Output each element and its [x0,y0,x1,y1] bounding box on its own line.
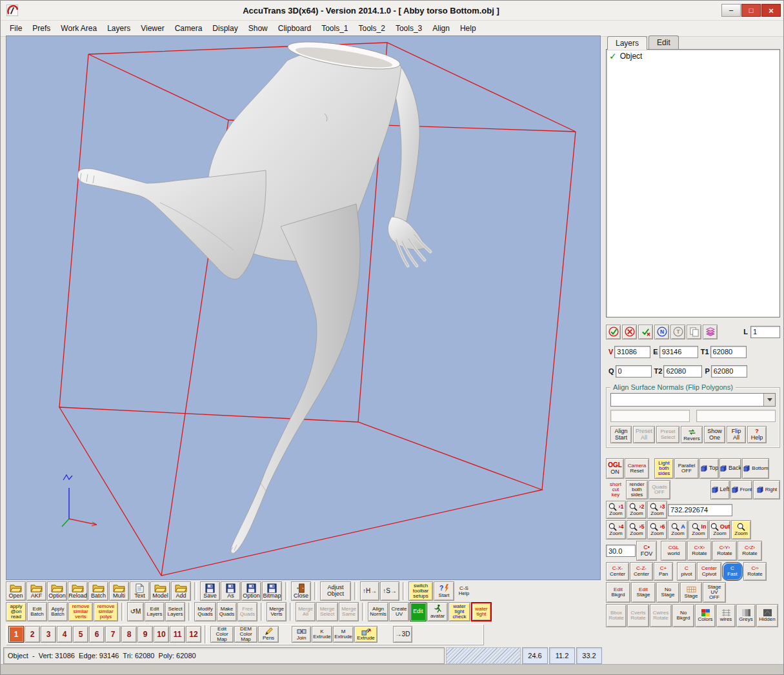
zoom-2-button[interactable]: ›2Zoom [627,501,647,519]
menu-item-prefs[interactable]: Prefs [27,22,55,35]
zoom-1-button[interactable]: ›1Zoom [606,501,626,519]
water-tight-check-button[interactable]: watertightcheck [448,602,470,621]
k-extrude-button[interactable]: KExtrude [312,626,332,643]
menu-item-file[interactable]: File [5,22,27,35]
merge-select-button[interactable]: MergeSelect [316,602,338,621]
light-both-sides-button[interactable]: Lightbothsides [654,458,674,479]
stage-grid-button[interactable]: Stage [680,582,702,603]
merge-same-button[interactable]: MergeSame [339,602,359,621]
viewport-3d[interactable] [6,35,601,580]
polygons-input[interactable] [711,365,747,378]
view-front-button[interactable]: Front [730,480,752,499]
save-option-button[interactable]: Option [241,581,261,601]
triangles-2-input[interactable] [663,365,702,378]
quads-count-input[interactable] [616,365,652,378]
layer-10-button[interactable]: 10 [154,626,169,643]
center-x-button[interactable]: C-X-Center [606,562,629,581]
preset-select-button[interactable]: PresetSelect [656,426,679,443]
center-c-pivot-button[interactable]: CenterCpivot [697,562,721,581]
triangles-1-input[interactable] [710,346,747,358]
align-field-2[interactable] [696,410,776,422]
copy-pages-button[interactable] [687,325,701,339]
zoom-in-button[interactable]: InZoom [689,520,709,539]
layer-8-button[interactable]: 8 [121,626,137,643]
layer-12-button[interactable]: 12 [186,626,201,643]
text-button[interactable]: Text [130,581,150,601]
preset-all-button[interactable]: PresetAll [633,426,655,443]
layer-11-button[interactable]: 11 [170,626,185,643]
water-tight-button[interactable]: watertight [471,602,492,621]
switch-toolbar-setups-button[interactable]: switchtoolbarsetups [408,581,433,601]
camera-reset-button[interactable]: CameraReset [625,458,649,479]
view-right-button[interactable]: Right [753,480,780,499]
layers-stack-button[interactable] [703,325,718,339]
apply-on-read-button[interactable]: apply@onread [6,602,26,621]
layer-list-item[interactable]: ✓ Object [609,52,777,61]
reload-button[interactable]: Reload [68,581,88,601]
edit-batch-button[interactable]: EditBatch [27,602,47,621]
c-fast-button[interactable]: CFast [722,562,743,581]
menu-item-align[interactable]: Align [427,22,455,35]
fov-button[interactable]: C•FOV [636,541,657,561]
remove-similar-polys-button[interactable]: removesimilarpolys [94,602,118,621]
cwires-rotate-button[interactable]: CwiresRotate [650,604,672,627]
zoom-factor-input[interactable] [668,504,732,516]
view-top-button[interactable]: Top [699,458,719,479]
shortcut-key-button[interactable]: shortcutkey [606,480,625,499]
edit-stage-button[interactable]: EditStage [631,582,656,603]
menu-item-camera[interactable]: Camera [170,22,208,35]
menu-item-viewer[interactable]: Viewer [136,22,169,35]
layer-5-button[interactable]: 5 [73,626,88,643]
menu-item-tools-3[interactable]: Tools_3 [390,22,427,35]
zoom-out-button[interactable]: OutZoom [709,520,730,539]
join-button[interactable]: Join [292,626,311,643]
select-check-button[interactable] [606,325,621,339]
to-3d-button[interactable]: →3D [393,626,412,643]
menu-item-work-area[interactable]: Work Area [55,22,102,35]
normals-help-button[interactable]: ?Help [747,426,767,443]
open-option-button[interactable]: Option [47,581,67,601]
rotate-x-button[interactable]: C‹X›Rotate [687,541,712,561]
hidden-button[interactable]: Hidden [756,604,778,627]
normals-n-button[interactable]: N [654,325,669,339]
pens-button[interactable]: Pens [258,626,279,643]
zoom-3-button[interactable]: ›3Zoom [647,501,667,519]
tab-layers[interactable]: Layers [607,36,647,50]
stage-uv-off-button[interactable]: StageUVOFF [703,582,726,603]
colors-button[interactable]: Colors [695,604,716,627]
start-button[interactable]: ?Start [434,581,454,601]
layer-4-button[interactable]: 4 [57,626,72,643]
bbox-rotate-button[interactable]: BboxRotate [606,604,627,627]
adjust-object-button[interactable]: AdjustObject [320,581,351,601]
modify-quads-button[interactable]: ModifyQuads [194,602,216,621]
view-back-button[interactable]: Back [719,458,741,479]
bitmap-button[interactable]: Bitmap [262,581,282,601]
save-button[interactable]: Save [200,581,220,601]
ogl-on-button[interactable]: OGLON [606,458,624,479]
layer-1-button[interactable]: 1 [8,626,24,643]
zoom-4-button[interactable]: ›4Zoom [606,520,626,539]
edit-layers-button[interactable]: EditLayers [145,602,165,621]
mirror-m-button[interactable]: ↺M [127,602,144,621]
render-both-sides-button[interactable]: renderbothsides [626,480,648,499]
cverts-rotate-button[interactable]: CvertsRotate [627,604,649,627]
akf-button[interactable]: AKF [26,581,46,601]
rotate-z-button[interactable]: C‹Z›Rotate [738,541,762,561]
view-left-button[interactable]: Left [710,480,730,499]
make-quads-button[interactable]: MakeQuads [217,602,237,621]
show-one-button[interactable]: ShowOne [704,426,725,443]
no-stage-button[interactable]: NoStage [656,582,679,603]
resize-grip-icon[interactable] [446,647,521,664]
edit-mode-button[interactable]: Edit [410,602,427,621]
fov-value-input[interactable] [606,545,636,557]
free-quads-button[interactable]: FreeQuads [237,602,257,621]
vertices-input[interactable] [614,346,650,358]
open-button[interactable]: Open [6,581,26,601]
align-normls-button[interactable]: AlignNormls [368,602,388,621]
cs-help-button[interactable]: C-SHelp [455,581,473,601]
layer-3-button[interactable]: 3 [41,626,56,643]
minimize-button[interactable]: − [721,4,741,17]
select-layers-button[interactable]: SelectLayers [165,602,185,621]
flip-h-button[interactable]: ↑H→ [360,581,379,601]
zoom-5-button[interactable]: ›5Zoom [627,520,647,539]
